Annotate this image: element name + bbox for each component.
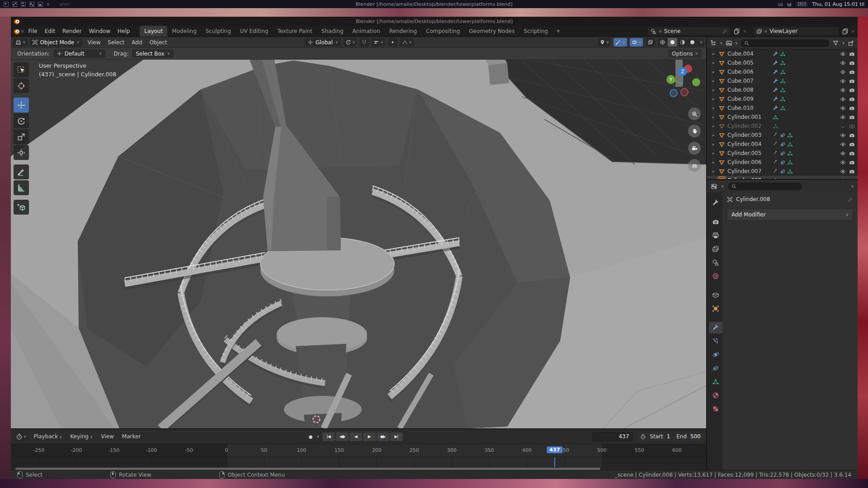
expand-icon[interactable]: ▸ <box>711 169 716 174</box>
properties-tab-object[interactable] <box>709 303 722 314</box>
editor-type-selector[interactable]: ∨ <box>13 38 28 47</box>
outliner-editor-icon[interactable] <box>726 40 732 47</box>
snap-toggle[interactable] <box>359 38 369 47</box>
tab-rendering[interactable]: Rendering <box>385 26 421 37</box>
object-name[interactable]: Cylinder.003 <box>727 132 771 138</box>
object-name[interactable]: Cube.010 <box>727 105 771 111</box>
outliner-row-cylinder-003[interactable]: ▸Cylinder.003 <box>707 131 858 140</box>
new-collection-icon[interactable] <box>848 40 854 47</box>
new-scene-button[interactable] <box>733 28 740 35</box>
add-workspace-button[interactable]: + <box>552 26 564 37</box>
remove-view-layer-button[interactable]: ✕ <box>851 29 855 34</box>
timeline-menu-keying[interactable]: Keying ∨ <box>67 432 97 441</box>
outliner-search-input[interactable] <box>741 39 830 47</box>
show-overlays-toggle[interactable]: ∨ <box>630 38 643 47</box>
playhead-line[interactable] <box>554 457 555 467</box>
snap-settings[interactable]: ∨ <box>372 38 385 47</box>
object-name[interactable]: Cube.006 <box>727 69 771 75</box>
orthographic-toggle-button[interactable] <box>688 159 701 172</box>
menu-window[interactable]: Window <box>85 27 114 36</box>
hide-in-viewport-toggle[interactable] <box>840 150 846 156</box>
tab-texture-paint[interactable]: Texture Paint <box>273 26 316 37</box>
start-frame-field[interactable]: 1 <box>667 433 670 440</box>
object-name[interactable]: Cylinder.005 <box>727 150 771 156</box>
menu-help[interactable]: Help <box>114 27 133 36</box>
expand-icon[interactable]: ▸ <box>711 97 716 101</box>
shading-material-button[interactable] <box>678 38 687 47</box>
menu-render[interactable]: Render <box>59 27 85 36</box>
tab-sculpting[interactable]: Sculpting <box>201 26 236 37</box>
expand-icon[interactable]: ▸ <box>711 61 716 65</box>
disable-in-renders-toggle[interactable] <box>849 87 855 93</box>
viewport-menu-view[interactable]: View <box>84 38 104 47</box>
outliner-row-cube-004[interactable]: ▸Cube.004 <box>707 49 858 58</box>
hide-in-viewport-toggle[interactable] <box>840 123 846 129</box>
object-name[interactable]: Cylinder.002 <box>727 123 771 129</box>
current-frame-field[interactable]: 437 <box>592 432 633 441</box>
hide-in-viewport-toggle[interactable] <box>840 51 846 57</box>
properties-tab-world[interactable] <box>709 270 722 282</box>
outliner-display-mode-icon[interactable] <box>710 40 717 47</box>
tool-transform-button[interactable] <box>14 145 29 160</box>
expand-icon[interactable]: ▸ <box>711 133 716 137</box>
properties-tab-constraints[interactable] <box>709 362 722 374</box>
transport-next-keyframe-button[interactable]: ◆▶ <box>377 432 389 441</box>
filter-icon[interactable] <box>832 40 839 47</box>
transport-jump-to-end-button[interactable]: ▶| <box>390 432 403 441</box>
proportional-editing-toggle[interactable] <box>388 38 397 47</box>
outliner-row-cube-010[interactable]: ▸Cube.010 <box>707 103 858 113</box>
disable-in-renders-toggle[interactable] <box>849 150 855 156</box>
playhead-frame-label[interactable]: 437 <box>547 446 562 453</box>
outliner-row-cylinder-001[interactable]: ▸Cylinder.001 <box>707 113 858 122</box>
timeline-menu-marker[interactable]: Marker <box>118 432 144 441</box>
menu-edit[interactable]: Edit <box>41 27 59 36</box>
transport-previous-keyframe-button[interactable]: ◀◆ <box>336 432 349 441</box>
tool-cursor-button[interactable] <box>14 78 29 93</box>
auto-keying-toggle[interactable]: ● <box>306 432 316 441</box>
expand-icon[interactable]: ▸ <box>711 151 716 155</box>
object-type-visibility-selector[interactable]: ∨ <box>598 38 611 47</box>
disable-in-renders-toggle[interactable] <box>849 60 855 66</box>
object-name[interactable]: Cube.009 <box>727 96 771 102</box>
outliner-row-cube-009[interactable]: ▸Cube.009 <box>707 94 858 103</box>
object-name[interactable]: Cylinder.007 <box>727 168 771 174</box>
timeline-track[interactable] <box>11 457 706 467</box>
tool-scale-button[interactable] <box>14 129 29 144</box>
unlink-scene-button[interactable]: ✕ <box>743 29 746 34</box>
proportional-falloff-selector[interactable]: ∨ <box>400 38 414 47</box>
properties-tab-collection[interactable] <box>709 289 722 301</box>
outliner-row-cube-005[interactable]: ▸Cube.005 <box>707 58 858 67</box>
zoom-button[interactable] <box>688 108 701 120</box>
end-frame-field[interactable]: 500 <box>690 433 701 440</box>
disable-in-renders-toggle[interactable] <box>849 123 855 129</box>
tool-add-cube-button[interactable] <box>14 200 29 215</box>
options-button[interactable]: Options ∨ <box>668 49 702 58</box>
object-name[interactable]: Cylinder.004 <box>727 141 771 147</box>
tab-modeling[interactable]: Modeling <box>167 26 201 37</box>
pivot-point-selector[interactable]: ∨ <box>344 38 357 47</box>
use-preview-range-icon[interactable] <box>640 434 646 440</box>
properties-tab-material[interactable] <box>709 389 722 401</box>
disable-in-renders-toggle[interactable] <box>849 159 855 165</box>
tool-annotate-button[interactable] <box>14 164 29 179</box>
outliner-row-cylinder-006[interactable]: ▸Cylinder.006 <box>707 158 858 167</box>
tool-rotate-button[interactable] <box>14 113 29 128</box>
properties-tab-data[interactable] <box>709 376 722 388</box>
wm-icon-2[interactable] <box>12 2 17 7</box>
outliner-row-cube-006[interactable]: ▸Cube.006 <box>707 67 858 76</box>
expand-icon[interactable]: ▸ <box>711 79 716 83</box>
disable-in-renders-toggle[interactable] <box>849 141 855 147</box>
wm-icon-1[interactable] <box>4 2 9 7</box>
expand-icon[interactable]: ▸ <box>711 70 716 74</box>
hide-in-viewport-toggle[interactable] <box>840 78 846 84</box>
transform-orientation-selector[interactable]: Global ∨ <box>305 38 341 47</box>
properties-tab-texture[interactable] <box>709 403 722 415</box>
pin-id-icon[interactable] <box>847 197 853 202</box>
transport-play-reverse-button[interactable]: ◀ <box>349 432 362 441</box>
orientation-dropdown[interactable]: Default ∨ <box>53 49 105 58</box>
properties-tab-tool[interactable] <box>709 197 722 209</box>
tool-measure-button[interactable] <box>14 180 29 195</box>
tray-meter[interactable]: 1815 <box>796 2 807 7</box>
shading-rendered-button[interactable] <box>688 38 697 47</box>
outliner-row-cylinder-008[interactable]: ▸Cylinder.008 <box>707 176 858 179</box>
